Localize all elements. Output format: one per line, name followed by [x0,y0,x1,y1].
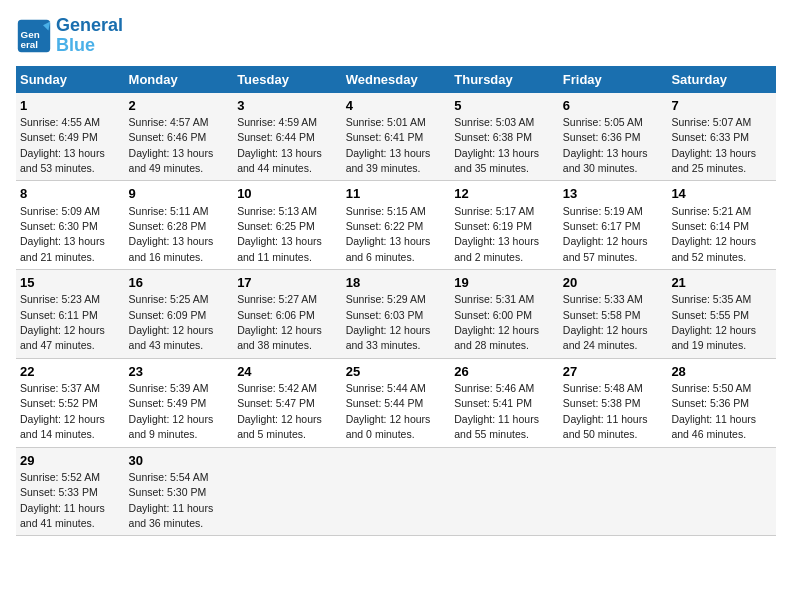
day-number: 26 [454,363,555,381]
day-number: 8 [20,185,121,203]
day-number: 24 [237,363,338,381]
calendar-table: SundayMondayTuesdayWednesdayThursdayFrid… [16,66,776,537]
day-info: Sunrise: 5:21 AMSunset: 6:14 PMDaylight:… [671,205,756,263]
day-info: Sunrise: 5:13 AMSunset: 6:25 PMDaylight:… [237,205,322,263]
calendar-cell: 28 Sunrise: 5:50 AMSunset: 5:36 PMDaylig… [667,358,776,447]
day-info: Sunrise: 5:52 AMSunset: 5:33 PMDaylight:… [20,471,105,529]
calendar-cell [667,447,776,536]
calendar-week-4: 22 Sunrise: 5:37 AMSunset: 5:52 PMDaylig… [16,358,776,447]
day-number: 25 [346,363,447,381]
day-number: 18 [346,274,447,292]
day-number: 2 [129,97,230,115]
calendar-cell: 9 Sunrise: 5:11 AMSunset: 6:28 PMDayligh… [125,181,234,270]
calendar-cell: 30 Sunrise: 5:54 AMSunset: 5:30 PMDaylig… [125,447,234,536]
calendar-cell: 24 Sunrise: 5:42 AMSunset: 5:47 PMDaylig… [233,358,342,447]
calendar-cell: 3 Sunrise: 4:59 AMSunset: 6:44 PMDayligh… [233,93,342,181]
calendar-cell: 19 Sunrise: 5:31 AMSunset: 6:00 PMDaylig… [450,270,559,359]
day-info: Sunrise: 4:59 AMSunset: 6:44 PMDaylight:… [237,116,322,174]
calendar-week-3: 15 Sunrise: 5:23 AMSunset: 6:11 PMDaylig… [16,270,776,359]
logo: Gen eral General Blue [16,16,123,56]
day-number: 30 [129,452,230,470]
day-number: 20 [563,274,664,292]
calendar-cell: 16 Sunrise: 5:25 AMSunset: 6:09 PMDaylig… [125,270,234,359]
day-info: Sunrise: 5:25 AMSunset: 6:09 PMDaylight:… [129,293,214,351]
calendar-week-2: 8 Sunrise: 5:09 AMSunset: 6:30 PMDayligh… [16,181,776,270]
day-number: 28 [671,363,772,381]
day-info: Sunrise: 5:54 AMSunset: 5:30 PMDaylight:… [129,471,214,529]
day-info: Sunrise: 5:23 AMSunset: 6:11 PMDaylight:… [20,293,105,351]
day-number: 4 [346,97,447,115]
day-info: Sunrise: 5:11 AMSunset: 6:28 PMDaylight:… [129,205,214,263]
calendar-cell: 10 Sunrise: 5:13 AMSunset: 6:25 PMDaylig… [233,181,342,270]
day-header-friday: Friday [559,66,668,93]
calendar-cell [233,447,342,536]
calendar-cell: 23 Sunrise: 5:39 AMSunset: 5:49 PMDaylig… [125,358,234,447]
calendar-cell [559,447,668,536]
svg-text:eral: eral [21,38,39,49]
calendar-header-row: SundayMondayTuesdayWednesdayThursdayFrid… [16,66,776,93]
calendar-cell: 7 Sunrise: 5:07 AMSunset: 6:33 PMDayligh… [667,93,776,181]
day-number: 13 [563,185,664,203]
day-header-monday: Monday [125,66,234,93]
day-header-thursday: Thursday [450,66,559,93]
day-header-tuesday: Tuesday [233,66,342,93]
day-info: Sunrise: 5:50 AMSunset: 5:36 PMDaylight:… [671,382,756,440]
day-info: Sunrise: 5:39 AMSunset: 5:49 PMDaylight:… [129,382,214,440]
day-number: 6 [563,97,664,115]
day-info: Sunrise: 5:29 AMSunset: 6:03 PMDaylight:… [346,293,431,351]
calendar-cell: 26 Sunrise: 5:46 AMSunset: 5:41 PMDaylig… [450,358,559,447]
day-number: 3 [237,97,338,115]
day-info: Sunrise: 5:07 AMSunset: 6:33 PMDaylight:… [671,116,756,174]
day-number: 11 [346,185,447,203]
day-info: Sunrise: 5:33 AMSunset: 5:58 PMDaylight:… [563,293,648,351]
day-info: Sunrise: 4:57 AMSunset: 6:46 PMDaylight:… [129,116,214,174]
day-number: 17 [237,274,338,292]
day-info: Sunrise: 5:05 AMSunset: 6:36 PMDaylight:… [563,116,648,174]
day-info: Sunrise: 5:37 AMSunset: 5:52 PMDaylight:… [20,382,105,440]
calendar-cell: 6 Sunrise: 5:05 AMSunset: 6:36 PMDayligh… [559,93,668,181]
day-info: Sunrise: 5:19 AMSunset: 6:17 PMDaylight:… [563,205,648,263]
page-header: Gen eral General Blue [16,16,776,56]
calendar-cell: 18 Sunrise: 5:29 AMSunset: 6:03 PMDaylig… [342,270,451,359]
day-info: Sunrise: 5:03 AMSunset: 6:38 PMDaylight:… [454,116,539,174]
logo-text: General Blue [56,16,123,56]
calendar-cell: 4 Sunrise: 5:01 AMSunset: 6:41 PMDayligh… [342,93,451,181]
calendar-cell [342,447,451,536]
calendar-cell: 8 Sunrise: 5:09 AMSunset: 6:30 PMDayligh… [16,181,125,270]
day-number: 7 [671,97,772,115]
day-info: Sunrise: 5:09 AMSunset: 6:30 PMDaylight:… [20,205,105,263]
day-number: 22 [20,363,121,381]
day-info: Sunrise: 5:46 AMSunset: 5:41 PMDaylight:… [454,382,539,440]
calendar-cell: 25 Sunrise: 5:44 AMSunset: 5:44 PMDaylig… [342,358,451,447]
day-header-saturday: Saturday [667,66,776,93]
day-number: 10 [237,185,338,203]
logo-icon: Gen eral [16,18,52,54]
day-number: 23 [129,363,230,381]
calendar-week-1: 1 Sunrise: 4:55 AMSunset: 6:49 PMDayligh… [16,93,776,181]
calendar-cell: 11 Sunrise: 5:15 AMSunset: 6:22 PMDaylig… [342,181,451,270]
calendar-week-5: 29 Sunrise: 5:52 AMSunset: 5:33 PMDaylig… [16,447,776,536]
day-number: 9 [129,185,230,203]
calendar-cell: 2 Sunrise: 4:57 AMSunset: 6:46 PMDayligh… [125,93,234,181]
day-header-wednesday: Wednesday [342,66,451,93]
day-info: Sunrise: 5:35 AMSunset: 5:55 PMDaylight:… [671,293,756,351]
day-number: 5 [454,97,555,115]
day-number: 27 [563,363,664,381]
day-info: Sunrise: 5:31 AMSunset: 6:00 PMDaylight:… [454,293,539,351]
day-number: 12 [454,185,555,203]
day-info: Sunrise: 5:15 AMSunset: 6:22 PMDaylight:… [346,205,431,263]
day-number: 14 [671,185,772,203]
day-number: 1 [20,97,121,115]
calendar-cell: 20 Sunrise: 5:33 AMSunset: 5:58 PMDaylig… [559,270,668,359]
calendar-cell: 17 Sunrise: 5:27 AMSunset: 6:06 PMDaylig… [233,270,342,359]
calendar-cell: 13 Sunrise: 5:19 AMSunset: 6:17 PMDaylig… [559,181,668,270]
calendar-cell: 21 Sunrise: 5:35 AMSunset: 5:55 PMDaylig… [667,270,776,359]
day-info: Sunrise: 5:42 AMSunset: 5:47 PMDaylight:… [237,382,322,440]
day-info: Sunrise: 5:27 AMSunset: 6:06 PMDaylight:… [237,293,322,351]
calendar-cell: 12 Sunrise: 5:17 AMSunset: 6:19 PMDaylig… [450,181,559,270]
day-info: Sunrise: 4:55 AMSunset: 6:49 PMDaylight:… [20,116,105,174]
day-number: 19 [454,274,555,292]
day-header-sunday: Sunday [16,66,125,93]
day-info: Sunrise: 5:01 AMSunset: 6:41 PMDaylight:… [346,116,431,174]
day-number: 15 [20,274,121,292]
